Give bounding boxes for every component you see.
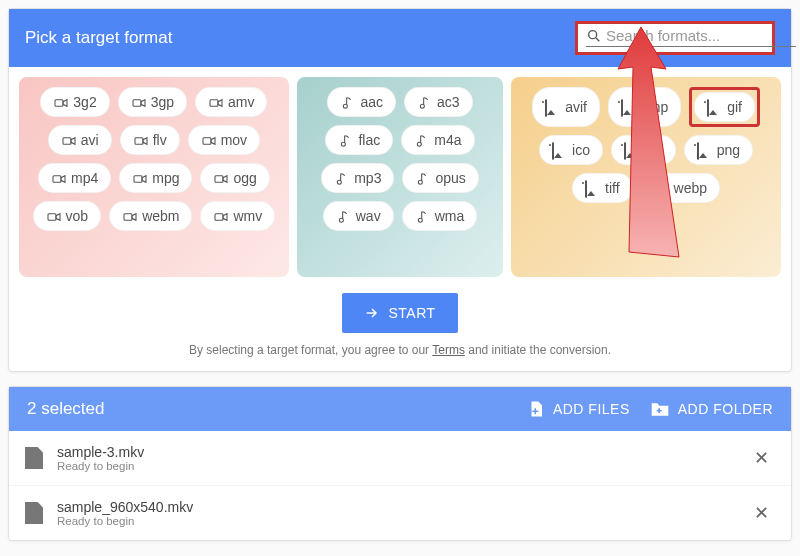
format-label: ico <box>572 142 590 158</box>
format-png[interactable]: png <box>684 135 753 165</box>
svg-rect-12 <box>203 138 211 145</box>
svg-marker-7 <box>218 100 222 107</box>
format-aac[interactable]: aac <box>327 87 396 117</box>
start-button[interactable]: START <box>342 293 457 333</box>
audio-icon <box>338 133 352 147</box>
format-wmv[interactable]: wmv <box>200 201 275 231</box>
svg-rect-14 <box>53 176 61 183</box>
audio-icon <box>417 95 431 109</box>
image-icon <box>545 100 559 114</box>
video-icon <box>46 209 60 223</box>
format-label: mpg <box>152 170 179 186</box>
format-mp4[interactable]: mp4 <box>38 163 111 193</box>
format-wma[interactable]: wma <box>402 201 478 231</box>
image-icon <box>621 100 635 114</box>
file-icon <box>25 447 43 469</box>
format-mp3[interactable]: mp3 <box>321 163 394 193</box>
audio-icon <box>415 209 429 223</box>
svg-rect-24 <box>215 214 223 221</box>
format-3g2[interactable]: 3g2 <box>40 87 109 117</box>
file-status: Ready to begin <box>57 460 144 472</box>
format-wav[interactable]: wav <box>323 201 394 231</box>
format-mov[interactable]: mov <box>188 125 260 155</box>
image-icon <box>707 100 721 114</box>
video-icon <box>122 209 136 223</box>
format-label: webp <box>674 180 707 196</box>
svg-rect-4 <box>133 100 141 107</box>
svg-marker-25 <box>223 214 227 221</box>
image-icon <box>624 143 638 157</box>
search-icon <box>586 28 602 44</box>
format-label: flac <box>358 132 380 148</box>
svg-point-31 <box>419 180 423 184</box>
search-box[interactable] <box>575 21 775 55</box>
format-flac[interactable]: flac <box>325 125 393 155</box>
svg-rect-6 <box>210 100 218 107</box>
format-avif[interactable]: avif <box>532 87 600 127</box>
video-icon <box>201 133 215 147</box>
search-input[interactable] <box>606 27 796 44</box>
format-avi[interactable]: avi <box>48 125 112 155</box>
format-label: flv <box>153 132 167 148</box>
svg-marker-13 <box>211 138 215 145</box>
format-ogg[interactable]: ogg <box>200 163 269 193</box>
format-label: mov <box>221 132 247 148</box>
svg-marker-23 <box>132 214 136 221</box>
svg-marker-21 <box>56 214 60 221</box>
format-flv[interactable]: flv <box>120 125 180 155</box>
terms-link[interactable]: Terms <box>432 343 465 357</box>
selection-header: 2 selected ADD FILES ADD FOLDER <box>9 387 791 431</box>
format-label: vob <box>66 208 89 224</box>
format-label: aac <box>360 94 383 110</box>
format-3gp[interactable]: 3gp <box>118 87 187 117</box>
image-icon <box>697 143 711 157</box>
svg-point-33 <box>418 218 422 222</box>
arrow-right-icon <box>364 305 380 321</box>
svg-point-26 <box>344 104 348 108</box>
format-gif[interactable]: gif <box>694 92 755 122</box>
video-icon <box>132 171 146 185</box>
format-opus[interactable]: opus <box>402 163 478 193</box>
svg-point-28 <box>342 142 346 146</box>
highlight-gif: gif <box>689 87 760 127</box>
format-ico[interactable]: ico <box>539 135 603 165</box>
image-group: avifbmpgificojpgpngtiffwebp <box>511 77 781 277</box>
video-icon <box>133 133 147 147</box>
svg-line-1 <box>596 38 599 41</box>
svg-rect-16 <box>134 176 142 183</box>
add-files-button[interactable]: ADD FILES <box>527 400 630 418</box>
svg-point-30 <box>338 180 342 184</box>
file-status: Ready to begin <box>57 515 193 527</box>
format-jpg[interactable]: jpg <box>611 135 676 165</box>
svg-marker-19 <box>223 176 227 183</box>
format-amv[interactable]: amv <box>195 87 267 117</box>
audio-icon <box>334 171 348 185</box>
image-icon <box>552 143 566 157</box>
svg-marker-9 <box>71 138 75 145</box>
video-icon <box>51 171 65 185</box>
format-mpg[interactable]: mpg <box>119 163 192 193</box>
svg-rect-22 <box>124 214 132 221</box>
selection-count: 2 selected <box>27 399 507 419</box>
audio-icon <box>414 133 428 147</box>
remove-file-button[interactable]: ✕ <box>748 443 775 473</box>
format-label: tiff <box>605 180 620 196</box>
format-vob[interactable]: vob <box>33 201 102 231</box>
remove-file-button[interactable]: ✕ <box>748 498 775 528</box>
svg-point-0 <box>589 30 597 38</box>
format-m4a[interactable]: m4a <box>401 125 474 155</box>
selection-card: 2 selected ADD FILES ADD FOLDER sample-3… <box>8 386 792 541</box>
file-name: sample_960x540.mkv <box>57 499 193 515</box>
format-bmp[interactable]: bmp <box>608 87 681 127</box>
format-webp[interactable]: webp <box>641 173 720 203</box>
format-label: bmp <box>641 99 668 115</box>
format-label: amv <box>228 94 254 110</box>
format-ac3[interactable]: ac3 <box>404 87 473 117</box>
video-icon <box>213 171 227 185</box>
format-picker-header: Pick a target format <box>9 9 791 67</box>
format-tiff[interactable]: tiff <box>572 173 633 203</box>
add-folder-button[interactable]: ADD FOLDER <box>650 400 773 418</box>
svg-marker-11 <box>143 138 147 145</box>
format-picker-card: Pick a target format 3g23gpamvaviflvmovm… <box>8 8 792 372</box>
format-webm[interactable]: webm <box>109 201 192 231</box>
